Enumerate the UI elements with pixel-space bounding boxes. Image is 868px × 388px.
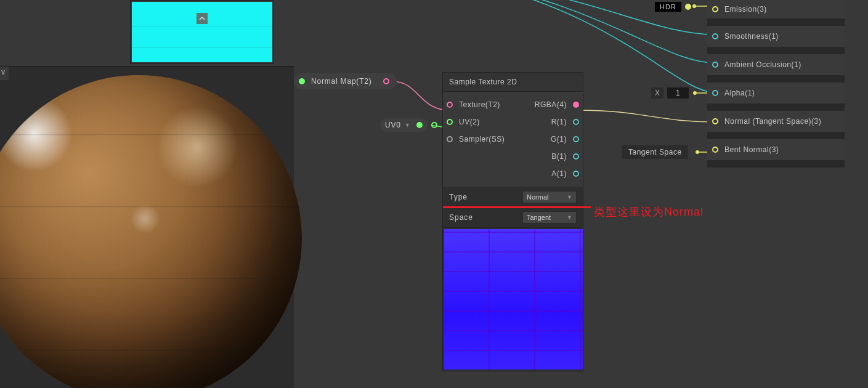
property-label: Type bbox=[449, 193, 516, 201]
node-preview bbox=[443, 228, 583, 371]
port-icon bbox=[447, 102, 453, 108]
input-port-sampler[interactable]: Sampler(SS) bbox=[447, 135, 535, 143]
uv-output-port[interactable] bbox=[416, 122, 423, 128]
material-preview-panel: v bbox=[0, 66, 294, 388]
node-sample-texture-2d[interactable]: Sample Texture 2D Texture(T2) UV(2) Samp… bbox=[442, 72, 583, 371]
float-value[interactable]: 1 bbox=[667, 87, 689, 99]
dropdown-value: Normal bbox=[527, 193, 548, 201]
output-port-b[interactable]: B(1) bbox=[551, 152, 579, 161]
axis-label: X bbox=[651, 87, 663, 99]
port-icon[interactable] bbox=[712, 6, 718, 12]
master-input-emission[interactable]: Emission(3) bbox=[707, 0, 845, 18]
output-port-r[interactable]: R(1) bbox=[551, 118, 579, 126]
output-port-g[interactable]: G(1) bbox=[551, 135, 579, 143]
port-icon[interactable] bbox=[712, 147, 718, 153]
annotation-text: 类型这里设为Normal bbox=[594, 204, 704, 219]
port-icon[interactable] bbox=[712, 118, 718, 124]
port-icon bbox=[573, 119, 579, 125]
port-icon[interactable] bbox=[712, 62, 718, 68]
output-port-a[interactable]: A(1) bbox=[551, 169, 579, 178]
input-port-uv[interactable]: UV(2) bbox=[447, 118, 535, 126]
collapse-preview-badge[interactable] bbox=[197, 13, 208, 24]
node-body: Texture(T2) UV(2) Sampler(SS) RGBA(4) R(… bbox=[443, 92, 583, 187]
preview-tab[interactable]: v bbox=[0, 67, 9, 80]
output-port-rgba[interactable]: RGBA(4) bbox=[535, 100, 579, 109]
inline-port[interactable] bbox=[431, 122, 437, 128]
input-port-texture[interactable]: Texture(T2) bbox=[447, 100, 535, 109]
svg-point-1 bbox=[693, 91, 697, 95]
property-label: Space bbox=[449, 213, 516, 222]
caret-down-icon: ▼ bbox=[567, 194, 572, 200]
port-icon bbox=[573, 153, 579, 160]
master-input-alpha[interactable]: Alpha(1) bbox=[707, 83, 845, 103]
hdr-color-widget[interactable]: HDR bbox=[655, 0, 691, 14]
property-row-type: Type Normal ▼ bbox=[443, 187, 583, 208]
property-row-space: Space Tangent ▼ bbox=[443, 208, 583, 228]
master-input-smoothness[interactable]: Smoothness(1) bbox=[707, 26, 845, 47]
node-output-ports: RGBA(4) R(1) G(1) B(1) A(1) bbox=[535, 100, 579, 178]
drag-handle-icon bbox=[299, 78, 305, 84]
port-icon[interactable] bbox=[712, 90, 718, 96]
port-icon bbox=[573, 102, 579, 108]
port-icon bbox=[447, 136, 453, 142]
tangent-space-widget[interactable]: Tangent Space bbox=[622, 145, 688, 159]
preview-image bbox=[132, 2, 272, 62]
space-dropdown[interactable]: Tangent ▼ bbox=[522, 211, 577, 224]
uv-dropdown-label: UV0 bbox=[385, 121, 401, 129]
master-input-ao[interactable]: Ambient Occlusion(1) bbox=[707, 54, 845, 75]
property-node-label: Normal Map(T2) bbox=[311, 77, 372, 86]
preview-panel-teal bbox=[130, 0, 274, 64]
type-dropdown[interactable]: Normal ▼ bbox=[522, 191, 577, 203]
caret-down-icon: ▼ bbox=[567, 214, 572, 220]
hdr-label: HDR bbox=[655, 2, 681, 12]
node-input-ports: Texture(T2) UV(2) Sampler(SS) bbox=[447, 100, 535, 178]
dropdown-value: Tangent bbox=[527, 214, 551, 221]
output-port[interactable] bbox=[685, 4, 691, 10]
port-icon bbox=[447, 119, 453, 125]
master-input-normal[interactable]: Normal (Tangent Space)(3) bbox=[707, 111, 845, 132]
node-properties: Type Normal ▼ Space Tangent ▼ bbox=[443, 187, 583, 228]
float-input-widget[interactable]: X 1 bbox=[651, 86, 689, 100]
tangent-space-label: Tangent Space bbox=[622, 145, 688, 159]
svg-point-2 bbox=[696, 150, 699, 154]
normal-map-preview-image bbox=[444, 229, 583, 370]
chevron-up-icon bbox=[199, 15, 205, 22]
property-node-normal-map[interactable]: Normal Map(T2) bbox=[294, 73, 397, 89]
port-icon bbox=[573, 171, 579, 177]
port-icon bbox=[573, 136, 579, 142]
material-preview-viewport[interactable] bbox=[0, 81, 294, 388]
master-node-inputs: Emission(3) Smoothness(1) Ambient Occlus… bbox=[707, 0, 845, 168]
output-port[interactable] bbox=[383, 78, 389, 84]
port-icon[interactable] bbox=[712, 33, 718, 39]
svg-point-0 bbox=[692, 4, 696, 8]
uv-dropdown[interactable]: UV0 ▼ bbox=[380, 118, 428, 132]
material-preview-sphere bbox=[0, 75, 302, 388]
node-title[interactable]: Sample Texture 2D bbox=[443, 73, 583, 92]
caret-down-icon: ▼ bbox=[405, 122, 410, 128]
master-input-bent-normal[interactable]: Bent Normal(3) bbox=[707, 139, 845, 160]
